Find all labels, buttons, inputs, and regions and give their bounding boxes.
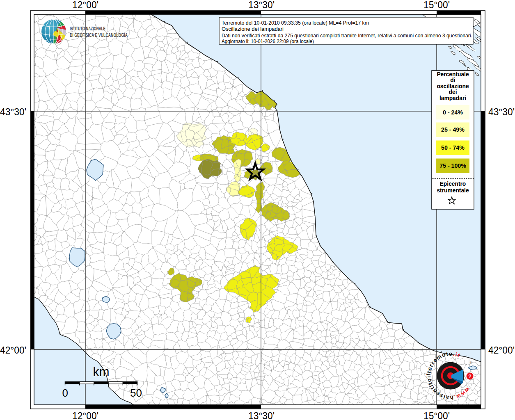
- svg-text:0 - 24%: 0 - 24%: [443, 109, 463, 116]
- svg-text:Aggiornato il: 10-01-2026 22:0: Aggiornato il: 10-01-2026 22:09 (ora loc…: [222, 38, 314, 44]
- svg-text:13°30': 13°30': [248, 0, 275, 10]
- svg-text:13°30': 13°30': [248, 411, 275, 420]
- svg-text:?: ?: [468, 374, 472, 379]
- svg-text:Oscillazione dei lampadari: Oscillazione dei lampadari: [222, 26, 284, 32]
- svg-text:50 - 74%: 50 - 74%: [441, 144, 465, 151]
- svg-text:DI GEOFISICA E VULCANOLOGIA: DI GEOFISICA E VULCANOLOGIA: [70, 32, 128, 38]
- svg-text:42°00': 42°00': [0, 345, 26, 356]
- svg-text:25 - 49%: 25 - 49%: [441, 126, 465, 133]
- svg-text:Dati non verificati estratti d: Dati non verificati estratti da 275 ques…: [222, 32, 472, 39]
- svg-text:lampadari: lampadari: [439, 95, 466, 101]
- svg-text:15°00': 15°00': [423, 411, 450, 420]
- svg-text:di: di: [450, 77, 455, 83]
- svg-text:0: 0: [62, 387, 68, 399]
- svg-text:Epicentro: Epicentro: [440, 181, 466, 187]
- svg-text:12°00': 12°00': [72, 411, 98, 420]
- svg-text:12°00': 12°00': [72, 0, 98, 10]
- svg-text:43°30': 43°30': [488, 107, 515, 117]
- svg-text:75 - 100%: 75 - 100%: [439, 162, 466, 169]
- svg-text:50: 50: [130, 387, 142, 399]
- svg-text:oscillazione: oscillazione: [437, 83, 469, 89]
- svg-text:dei: dei: [449, 89, 457, 95]
- svg-text:strumentale: strumentale: [437, 187, 469, 194]
- svg-text:Terremoto del 10-01-2010 09:33: Terremoto del 10-01-2010 09:33:35 (ora l…: [222, 20, 369, 26]
- svg-text:®: ®: [470, 361, 472, 364]
- svg-text:ISTITUTO NAZIONALE: ISTITUTO NAZIONALE: [70, 26, 105, 32]
- svg-text:Percentuale: Percentuale: [437, 71, 469, 78]
- svg-text:42°00': 42°00': [488, 345, 515, 356]
- svg-text:km: km: [93, 365, 110, 379]
- svg-text:43°30': 43°30': [0, 107, 26, 117]
- svg-text:15°00': 15°00': [423, 0, 450, 10]
